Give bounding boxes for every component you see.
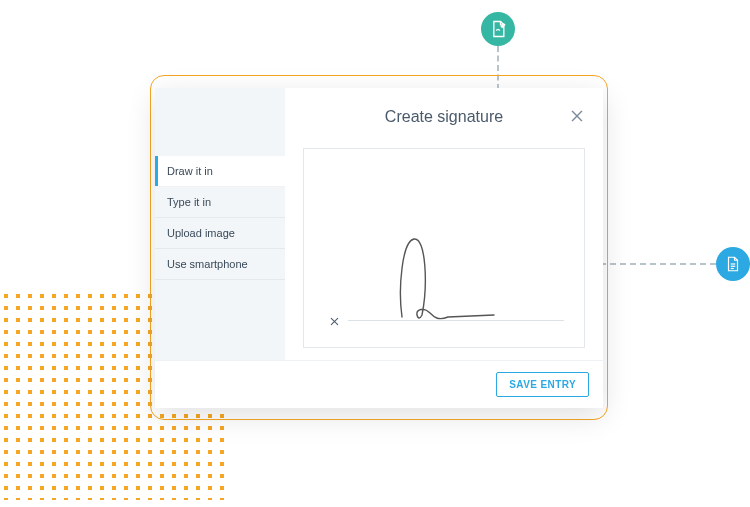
sidebar-item-smartphone[interactable]: Use smartphone	[155, 249, 285, 280]
sidebar-item-draw[interactable]: Draw it in	[155, 156, 285, 187]
sidebar-item-label: Upload image	[167, 227, 235, 239]
sidebar-item-type[interactable]: Type it in	[155, 187, 285, 218]
sidebar-item-label: Draw it in	[167, 165, 213, 177]
modal-body: Draw it in Type it in Upload image Use s…	[155, 88, 603, 360]
modal-footer: SAVE ENTRY	[155, 360, 603, 408]
close-button[interactable]	[567, 106, 587, 126]
modal-header: Create signature	[285, 88, 603, 146]
connector-line-right	[600, 263, 716, 265]
signature-method-sidebar: Draw it in Type it in Upload image Use s…	[155, 88, 285, 360]
create-signature-modal: Draw it in Type it in Upload image Use s…	[155, 88, 603, 408]
signature-canvas[interactable]	[303, 148, 585, 348]
clear-signature-icon	[329, 316, 340, 327]
close-icon	[569, 108, 585, 124]
signature-baseline	[348, 320, 564, 321]
sign-document-icon	[481, 12, 515, 46]
sidebar-item-label: Use smartphone	[167, 258, 248, 270]
modal-title: Create signature	[385, 108, 503, 126]
clear-signature-button[interactable]	[326, 313, 342, 329]
modal-main: Create signature	[285, 88, 603, 360]
save-entry-button[interactable]: SAVE ENTRY	[496, 372, 589, 397]
drawn-signature	[384, 229, 504, 329]
document-icon	[716, 247, 750, 281]
sidebar-item-label: Type it in	[167, 196, 211, 208]
sidebar-item-upload[interactable]: Upload image	[155, 218, 285, 249]
